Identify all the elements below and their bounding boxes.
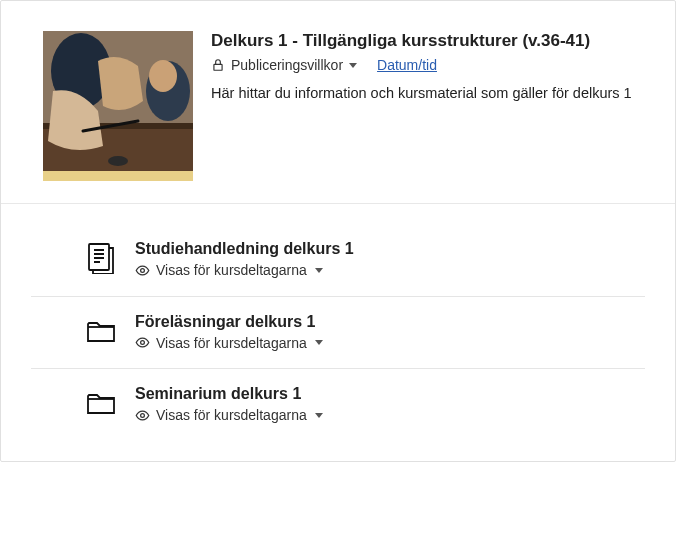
visibility-dropdown[interactable]: Visas för kursdeltagarna <box>135 262 323 278</box>
svg-point-10 <box>141 268 145 272</box>
content-item-title: Studiehandledning delkurs 1 <box>135 240 645 258</box>
module-items: Studiehandledning delkurs 1Visas för kur… <box>1 204 675 461</box>
svg-rect-5 <box>43 171 193 181</box>
content-item[interactable]: Seminarium delkurs 1Visas för kursdeltag… <box>31 369 645 441</box>
content-item-title: Seminarium delkurs 1 <box>135 385 645 403</box>
svg-rect-8 <box>214 64 222 70</box>
svg-point-11 <box>141 341 145 345</box>
visibility-dropdown[interactable]: Visas för kursdeltagarna <box>135 335 323 351</box>
visibility-dropdown[interactable]: Visas för kursdeltagarna <box>135 407 323 423</box>
eye-icon <box>135 335 150 350</box>
caret-down-icon <box>315 413 323 418</box>
visibility-label: Visas för kursdeltagarna <box>156 407 307 423</box>
publish-conditions-label: Publiceringsvillkor <box>231 57 343 73</box>
module-description: Här hittar du information och kursmateri… <box>211 83 645 103</box>
document-icon <box>85 242 117 274</box>
datetime-link[interactable]: Datum/tid <box>377 57 437 73</box>
module-header: Delkurs 1 - Tillgängliga kursstrukturer … <box>1 1 675 204</box>
content-item-title: Föreläsningar delkurs 1 <box>135 313 645 331</box>
module-thumbnail <box>43 31 193 181</box>
svg-point-4 <box>108 156 128 166</box>
svg-rect-9 <box>89 244 109 270</box>
caret-down-icon <box>315 340 323 345</box>
module-title: Delkurs 1 - Tillgängliga kursstrukturer … <box>211 31 645 51</box>
content-item[interactable]: Föreläsningar delkurs 1Visas för kursdel… <box>31 297 645 370</box>
visibility-label: Visas för kursdeltagarna <box>156 262 307 278</box>
folder-icon <box>85 387 117 419</box>
content-item[interactable]: Studiehandledning delkurs 1Visas för kur… <box>31 224 645 297</box>
caret-down-icon <box>315 268 323 273</box>
lock-icon <box>211 58 225 72</box>
visibility-label: Visas för kursdeltagarna <box>156 335 307 351</box>
eye-icon <box>135 263 150 278</box>
eye-icon <box>135 408 150 423</box>
folder-icon <box>85 315 117 347</box>
caret-down-icon <box>349 63 357 68</box>
module-header-text: Delkurs 1 - Tillgängliga kursstrukturer … <box>211 31 645 181</box>
svg-point-7 <box>149 60 177 92</box>
content-item-body: Studiehandledning delkurs 1Visas för kur… <box>135 240 645 282</box>
publish-conditions-dropdown[interactable]: Publiceringsvillkor <box>231 57 357 73</box>
content-item-body: Föreläsningar delkurs 1Visas för kursdel… <box>135 313 645 355</box>
svg-point-12 <box>141 413 145 417</box>
content-item-body: Seminarium delkurs 1Visas för kursdeltag… <box>135 385 645 427</box>
course-module-card: Delkurs 1 - Tillgängliga kursstrukturer … <box>0 0 676 462</box>
module-meta: Publiceringsvillkor Datum/tid <box>211 57 645 73</box>
